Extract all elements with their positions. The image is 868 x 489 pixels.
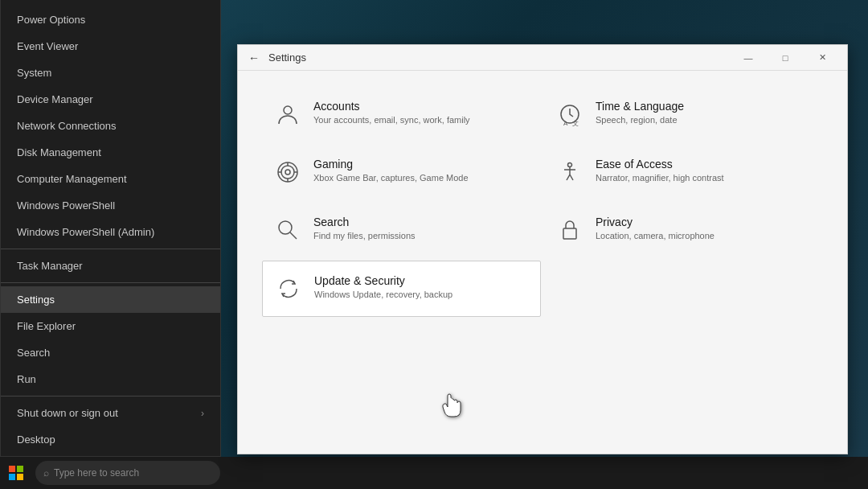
winx-item-settings[interactable]: Settings — [1, 286, 220, 313]
time-language-desc: Speech, region, date — [596, 114, 684, 126]
winx-item-power-options[interactable]: Power Options — [1, 6, 220, 33]
winx-item-computer-management[interactable]: Computer Management — [1, 166, 220, 192]
settings-item-privacy[interactable]: Privacy Location, camera, microphone — [544, 203, 823, 257]
winx-item-label-system: System — [17, 67, 51, 79]
winx-item-label-event-viewer: Event Viewer — [17, 40, 78, 52]
winx-item-apps-features[interactable]: Apps and Features — [1, 0, 220, 6]
window-controls: — □ ✕ — [730, 45, 841, 71]
ease-of-access-text: Ease of Access Narrator, magnifier, high… — [596, 158, 724, 184]
winx-divider — [1, 396, 220, 397]
winx-divider — [1, 249, 220, 249]
search-desc: Find my files, permissions — [313, 230, 416, 242]
svg-point-8 — [279, 221, 292, 234]
svg-line-9 — [290, 232, 297, 239]
time-language-text: Time & Language Speech, region, date — [596, 100, 684, 126]
taskbar: ⌕ Type here to search — [0, 457, 868, 489]
gaming-title: Gaming — [313, 158, 469, 171]
desktop: Apps and FeaturesPower OptionsEvent View… — [0, 0, 868, 489]
winx-item-system[interactable]: System — [1, 60, 220, 86]
settings-content: Accounts Your accounts, email, sync, wor… — [238, 71, 847, 454]
svg-point-5 — [281, 166, 294, 179]
gaming-desc: Xbox Game Bar, captures, Game Mode — [313, 172, 469, 184]
accounts-title: Accounts — [313, 100, 470, 113]
svg-point-7 — [568, 163, 572, 167]
ease-of-access-desc: Narrator, magnifier, high contrast — [596, 172, 724, 184]
gaming-text: Gaming Xbox Game Bar, captures, Game Mod… — [313, 158, 469, 184]
winx-item-label-search: Search — [17, 347, 50, 359]
search-text: Search Find my files, permissions — [313, 216, 416, 242]
settings-item-ease-of-access[interactable]: Ease of Access Narrator, magnifier, high… — [544, 145, 823, 199]
privacy-title: Privacy — [596, 216, 714, 228]
update-security-text: Update & Security Windows Update, recove… — [314, 274, 452, 301]
search-title: Search — [313, 216, 416, 228]
winx-item-disk-management[interactable]: Disk Management — [1, 139, 220, 166]
maximize-button[interactable]: □ — [767, 45, 804, 71]
svg-rect-13 — [9, 474, 15, 480]
winx-item-network-connections[interactable]: Network Connections — [1, 113, 220, 139]
winx-item-label-task-manager: Task Manager — [17, 260, 83, 272]
settings-item-accounts[interactable]: Accounts Your accounts, email, sync, wor… — [262, 87, 541, 142]
update-security-title: Update & Security — [314, 274, 452, 287]
close-button[interactable]: ✕ — [804, 45, 841, 71]
ease-of-access-title: Ease of Access — [596, 158, 724, 171]
winx-item-label-disk-management: Disk Management — [17, 146, 101, 158]
winx-item-desktop[interactable]: Desktop — [1, 426, 220, 453]
settings-titlebar: ← Settings — □ ✕ — [238, 45, 847, 71]
privacy-desc: Location, camera, microphone — [596, 230, 714, 242]
accounts-icon — [273, 100, 302, 129]
svg-point-0 — [284, 106, 292, 114]
winx-item-shut-down[interactable]: Shut down or sign out› — [1, 400, 220, 426]
winx-item-label-computer-management: Computer Management — [17, 173, 127, 185]
winx-item-windows-powershell[interactable]: Windows PowerShell — [1, 192, 220, 219]
winx-item-device-manager[interactable]: Device Manager — [1, 86, 220, 113]
settings-window-title: Settings — [268, 51, 730, 64]
svg-rect-11 — [9, 466, 15, 472]
privacy-icon — [555, 216, 584, 244]
winx-item-windows-powershell-admin[interactable]: Windows PowerShell (Admin) — [1, 219, 220, 245]
winx-item-label-windows-powershell-admin: Windows PowerShell (Admin) — [17, 226, 154, 238]
settings-item-gaming[interactable]: Gaming Xbox Game Bar, captures, Game Mod… — [262, 145, 541, 199]
settings-item-time-language[interactable]: A 文 Time & Language Speech, region, date — [544, 87, 823, 142]
winx-item-label-device-manager: Device Manager — [17, 93, 93, 105]
winx-item-run[interactable]: Run — [1, 366, 220, 392]
winx-item-label-windows-powershell: Windows PowerShell — [17, 199, 115, 212]
ease-of-access-icon — [555, 158, 584, 187]
back-button[interactable]: ← — [244, 48, 264, 68]
gaming-icon — [273, 158, 302, 187]
winx-item-label-settings: Settings — [17, 294, 55, 306]
svg-rect-10 — [563, 228, 576, 239]
accounts-text: Accounts Your accounts, email, sync, wor… — [313, 100, 470, 126]
privacy-text: Privacy Location, camera, microphone — [596, 216, 714, 242]
winx-item-arrow-shut-down: › — [201, 408, 204, 419]
start-button[interactable] — [0, 457, 32, 489]
winx-item-label-desktop: Desktop — [17, 434, 55, 446]
winx-item-label-run: Run — [17, 373, 36, 385]
settings-item-search[interactable]: Search Find my files, permissions — [262, 203, 541, 257]
settings-grid: Accounts Your accounts, email, sync, wor… — [262, 87, 823, 317]
winx-item-task-manager[interactable]: Task Manager — [1, 253, 220, 279]
settings-item-update-security[interactable]: Update & Security Windows Update, recove… — [262, 261, 541, 317]
search-icon — [273, 216, 302, 244]
winx-divider — [1, 282, 220, 283]
taskbar-search-icon: ⌕ — [43, 467, 49, 479]
minimize-button[interactable]: — — [730, 45, 767, 71]
time-language-title: Time & Language — [596, 100, 684, 113]
winx-item-label-power-options: Power Options — [17, 14, 85, 26]
taskbar-search-placeholder: Type here to search — [54, 467, 139, 479]
winx-item-search[interactable]: Search — [1, 339, 220, 366]
winx-item-event-viewer[interactable]: Event Viewer — [1, 33, 220, 60]
svg-point-6 — [285, 170, 290, 175]
update-security-desc: Windows Update, recovery, backup — [314, 289, 452, 301]
svg-rect-14 — [17, 474, 23, 480]
accounts-desc: Your accounts, email, sync, work, family — [313, 114, 470, 126]
svg-text:A: A — [563, 120, 568, 127]
update-security-icon — [274, 274, 303, 303]
winx-item-label-network-connections: Network Connections — [17, 120, 117, 132]
taskbar-search-box[interactable]: ⌕ Type here to search — [35, 461, 220, 485]
winx-item-label-file-explorer: File Explorer — [17, 320, 76, 332]
svg-rect-12 — [17, 466, 23, 472]
winx-item-file-explorer[interactable]: File Explorer — [1, 313, 220, 339]
winx-item-label-shut-down: Shut down or sign out — [17, 407, 118, 419]
svg-text:文: 文 — [572, 120, 579, 127]
winx-menu: Apps and FeaturesPower OptionsEvent View… — [0, 0, 221, 457]
